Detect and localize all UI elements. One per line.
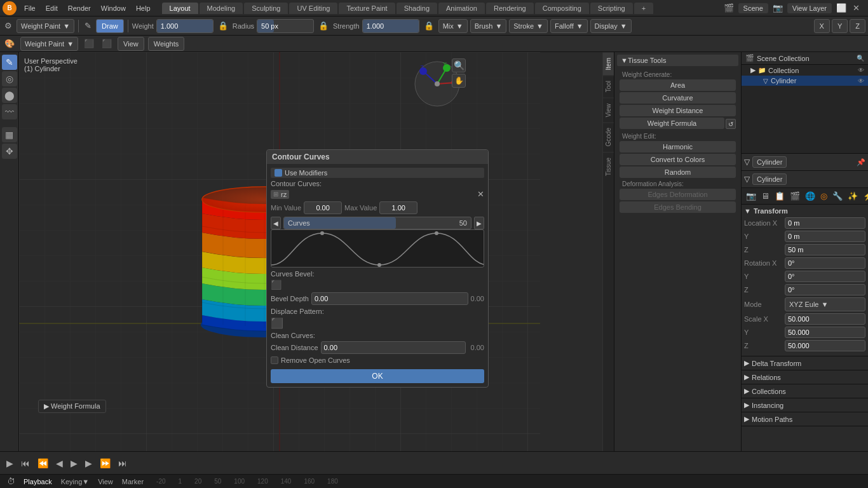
weight-distance-btn[interactable]: Weight Distance <box>620 105 736 116</box>
vtab-item[interactable]: Item <box>603 52 614 75</box>
viewport[interactable]: User Perspective (1) Cylinder <box>19 52 602 451</box>
location-x-value[interactable]: 0 m <box>785 217 865 229</box>
tab-shading[interactable]: Shading <box>397 3 437 14</box>
scene-props-icon[interactable]: 🎬 <box>788 191 802 201</box>
toggle-icon[interactable]: ⬛ <box>82 38 96 49</box>
playback-tab[interactable]: Playback <box>21 477 55 487</box>
tab-add[interactable]: + <box>634 3 653 14</box>
random-btn[interactable]: Random <box>620 166 736 178</box>
draw-icon[interactable]: ✎ <box>83 20 93 31</box>
tab-layout[interactable]: Layout <box>162 3 198 14</box>
rz-tag[interactable]: ⊞ rz <box>271 190 289 199</box>
rotation-z-value[interactable]: 0° <box>785 284 865 295</box>
edges-deformation-btn[interactable]: Edges Deformation <box>620 189 736 200</box>
play-btn2[interactable]: ▶ <box>69 457 79 470</box>
tool-sample[interactable]: ✥ <box>2 144 17 159</box>
mix-dropdown[interactable]: Mix▼ <box>438 19 468 33</box>
convert-to-colors-btn[interactable]: Convert to Colors <box>620 154 736 165</box>
modifier-props-icon[interactable]: 🔧 <box>831 191 844 201</box>
toggle2-icon[interactable]: ⬛ <box>100 38 114 49</box>
tab-compositing[interactable]: Compositing <box>535 3 589 14</box>
tool-draw[interactable]: ✎ <box>2 55 17 70</box>
physics-props-icon[interactable]: ⚡ <box>861 191 868 201</box>
rotation-x-value[interactable]: 0° <box>785 257 865 269</box>
tab-rendering[interactable]: Rendering <box>486 3 534 14</box>
motion-paths-header[interactable]: ▶ Motion Paths <box>744 415 865 423</box>
falloff-dropdown[interactable]: Falloff▼ <box>550 19 588 33</box>
min-value-input[interactable] <box>304 201 342 214</box>
view-layer-name[interactable]: View Layer <box>787 3 832 13</box>
zoom-in-btn[interactable]: 🔍 <box>452 58 466 72</box>
scene-name[interactable]: Scene <box>738 3 768 13</box>
strength-icon[interactable]: 🔒 <box>422 20 436 31</box>
view-layer-props-icon[interactable]: 📋 <box>773 191 787 201</box>
vtab-view[interactable]: View <box>603 98 614 123</box>
tool-blur[interactable]: ◎ <box>2 71 17 86</box>
outliner-item-collection[interactable]: ▶ 📁 Collection 👁 <box>742 65 868 76</box>
y-axis-btn[interactable]: Y <box>832 19 848 33</box>
relations-header[interactable]: ▶ Relations <box>744 373 865 381</box>
delta-transform-header[interactable]: ▶ Delta Transform <box>744 359 865 367</box>
tab-sculpting[interactable]: Sculpting <box>244 3 288 14</box>
stroke-dropdown[interactable]: Stroke▼ <box>509 19 548 33</box>
properties-pin[interactable]: 📌 <box>857 158 865 166</box>
tab-uv-editing[interactable]: UV Editing <box>289 3 337 14</box>
next-keyframe-btn[interactable]: ⏩ <box>98 457 112 470</box>
transform-header[interactable]: ▼ Transform <box>744 207 865 215</box>
weights-btn[interactable]: Weights <box>148 37 185 51</box>
refresh-btn[interactable]: ↺ <box>726 119 736 129</box>
tool-gradient[interactable]: ▦ <box>2 127 17 142</box>
collections-header[interactable]: ▶ Collections <box>744 387 865 395</box>
location-z-value[interactable]: 50 m <box>785 244 865 255</box>
z-axis-btn[interactable]: Z <box>850 19 865 33</box>
curvature-btn[interactable]: Curvature <box>620 92 736 104</box>
rotation-y-value[interactable]: 0° <box>785 271 865 282</box>
rz-close[interactable]: ✕ <box>477 189 484 199</box>
curve-canvas[interactable] <box>271 229 484 268</box>
instancing-header[interactable]: ▶ Instancing <box>744 401 865 409</box>
render-props-icon[interactable]: 📷 <box>744 191 758 201</box>
mesh-name-field[interactable]: Cylinder <box>752 173 787 185</box>
cylinder-eye-icon[interactable]: 👁 <box>858 78 864 85</box>
next-frame-btn[interactable]: ▶ <box>84 457 93 470</box>
marker-tab[interactable]: Marker <box>119 477 146 487</box>
menu-file[interactable]: File <box>19 3 41 13</box>
tab-modeling[interactable]: Modeling <box>200 3 243 14</box>
strength-slider[interactable]: 1.000 <box>362 19 419 33</box>
mode-dropdown[interactable]: Weight Paint ▼ <box>17 19 74 33</box>
vtab-tissue[interactable]: Tissue <box>603 152 614 181</box>
outliner-search[interactable]: 🔍 <box>857 55 864 62</box>
view-tab[interactable]: View <box>95 477 116 487</box>
draw-btn[interactable]: Draw <box>96 19 124 33</box>
menu-window[interactable]: Window <box>96 3 131 13</box>
harmonic-btn[interactable]: Harmonic <box>620 141 736 152</box>
scale-z-value[interactable]: 50.000 <box>785 340 865 351</box>
weight-formula-btn[interactable]: Weight Formula <box>620 118 724 129</box>
curves-left-arrow[interactable]: ◀ <box>271 217 281 229</box>
outliner-item-cylinder[interactable]: ▽ Cylinder 👁 <box>742 76 868 86</box>
pan-btn[interactable]: ✋ <box>452 74 466 88</box>
area-btn[interactable]: Area <box>620 79 736 91</box>
expand-icon[interactable]: ⬜ <box>834 3 848 13</box>
tool-smear[interactable]: 〰 <box>2 104 17 119</box>
radius-slider[interactable]: 50 px <box>257 19 314 33</box>
world-props-icon[interactable]: 🌐 <box>803 191 817 201</box>
edges-bending-btn[interactable]: Edges Bending <box>620 201 736 213</box>
curves-right-arrow[interactable]: ▶ <box>474 217 484 229</box>
weight-paint-dropdown[interactable]: Weight Paint▼ <box>20 37 78 51</box>
tool-average[interactable]: ⬤ <box>2 88 17 103</box>
rotation-mode-dropdown[interactable]: XYZ Eule▼ <box>785 297 865 311</box>
view-btn[interactable]: View <box>118 37 144 51</box>
menu-edit[interactable]: Edit <box>41 3 63 13</box>
menu-render[interactable]: Render <box>63 3 96 13</box>
keying-tab[interactable]: Keying▼ <box>58 477 92 487</box>
location-y-value[interactable]: 0 m <box>785 231 865 242</box>
radius-icon[interactable]: 🔒 <box>316 20 330 31</box>
output-props-icon[interactable]: 🖥 <box>759 191 771 201</box>
weight-slider[interactable]: 1.000 <box>156 19 214 33</box>
tab-animation[interactable]: Animation <box>438 3 485 14</box>
use-modifiers-checkbox[interactable] <box>275 169 282 177</box>
weight-formula-bar[interactable]: ▶ Weight Formula <box>38 400 106 413</box>
prev-btn[interactable]: ⏮ <box>20 457 31 470</box>
menu-help[interactable]: Help <box>131 3 156 13</box>
